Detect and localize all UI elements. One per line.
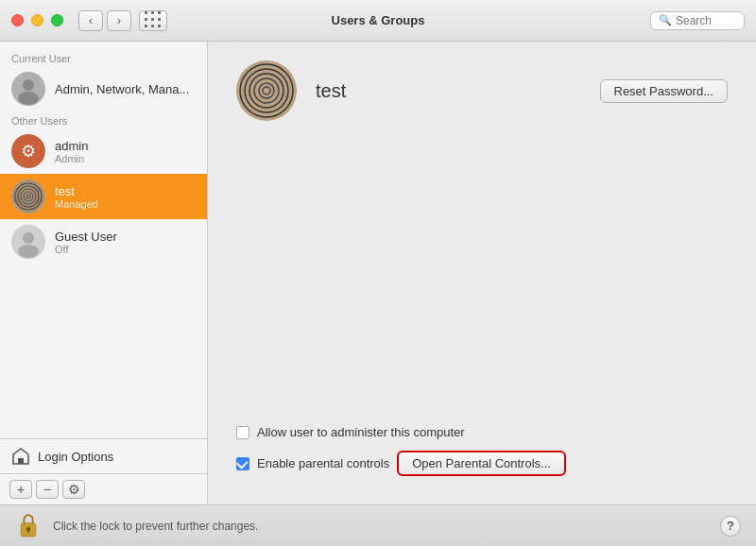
- settings-button[interactable]: ⚙: [62, 480, 85, 499]
- sidebar: Current User Admin, Network, Mana... Oth…: [0, 42, 208, 504]
- avatar-admin: ⚙: [11, 134, 45, 168]
- avatar-current: [11, 72, 45, 106]
- forward-button[interactable]: ›: [107, 10, 131, 31]
- allow-admin-checkbox[interactable]: [236, 426, 249, 439]
- svg-point-1: [23, 79, 34, 91]
- user-info-current: Admin, Network, Mana...: [55, 82, 196, 96]
- enable-parental-checkbox[interactable]: [236, 457, 249, 470]
- enable-parental-label: Enable parental controls: [257, 456, 389, 470]
- statusbar: Click the lock to prevent further change…: [0, 504, 756, 546]
- user-header: test Reset Password...: [236, 60, 728, 121]
- avatar-guest: [11, 225, 45, 259]
- avatar-test: [11, 179, 45, 213]
- login-options-label: Login Options: [38, 450, 113, 464]
- detail-panel: test Reset Password... Allow user to adm…: [208, 42, 756, 504]
- large-avatar: [236, 60, 297, 121]
- user-name-test: test: [55, 184, 196, 198]
- user-name-admin: admin: [55, 139, 196, 153]
- remove-user-button[interactable]: −: [36, 480, 59, 499]
- login-options-item[interactable]: Login Options: [0, 439, 207, 473]
- open-parental-controls-button[interactable]: Open Parental Controls...: [397, 451, 566, 476]
- svg-rect-10: [18, 458, 24, 464]
- current-user-label: Current User: [0, 49, 207, 66]
- user-role-guest: Off: [55, 244, 196, 255]
- house-icon: [11, 447, 30, 466]
- user-info-test: test Managed: [55, 184, 196, 210]
- window-title: Users & Groups: [332, 13, 425, 27]
- titlebar: ‹ › Users & Groups 🔍: [0, 0, 756, 42]
- back-button[interactable]: ‹: [78, 10, 103, 31]
- maximize-button[interactable]: [51, 14, 63, 26]
- user-item-guest[interactable]: Guest User Off: [0, 219, 207, 264]
- user-name-current: Admin, Network, Mana...: [55, 82, 196, 96]
- user-item-test[interactable]: test Managed: [0, 174, 207, 219]
- allow-admin-label: Allow user to administer this computer: [257, 425, 465, 439]
- user-role-test: Managed: [55, 198, 196, 210]
- user-item-current[interactable]: Admin, Network, Mana...: [0, 66, 207, 111]
- svg-point-2: [18, 92, 39, 105]
- person-icon: [11, 72, 45, 106]
- lock-icon: [15, 513, 42, 539]
- reset-password-button[interactable]: Reset Password...: [600, 79, 729, 103]
- detail-username: test: [316, 80, 346, 102]
- svg-point-5: [11, 179, 45, 213]
- grid-icon: [145, 11, 163, 29]
- svg-rect-20: [27, 529, 29, 533]
- user-name-guest: Guest User: [55, 230, 196, 244]
- svg-point-9: [18, 245, 39, 258]
- search-icon: 🔍: [659, 14, 672, 26]
- options-area: Allow user to administer this computer E…: [236, 425, 728, 486]
- lock-icon-container[interactable]: [15, 513, 42, 539]
- help-button[interactable]: ?: [720, 516, 741, 537]
- svg-point-8: [23, 232, 34, 244]
- user-role-admin: Admin: [55, 153, 196, 164]
- grid-menu-button[interactable]: [139, 10, 167, 31]
- guest-avatar-icon: [11, 225, 45, 259]
- traffic-lights: [11, 14, 63, 26]
- main-content: Current User Admin, Network, Mana... Oth…: [0, 42, 756, 504]
- fingerprint-avatar-icon: [236, 60, 297, 121]
- lock-text: Click the lock to prevent further change…: [53, 520, 258, 533]
- add-user-button[interactable]: +: [9, 480, 32, 499]
- other-users-label: Other Users: [0, 111, 207, 128]
- user-info-admin: admin Admin: [55, 139, 196, 164]
- parental-controls-row: Enable parental controls Open Parental C…: [236, 451, 728, 476]
- sidebar-bottom: Login Options + − ⚙: [0, 438, 207, 504]
- test-avatar-icon: [11, 179, 45, 213]
- admin-avatar-icon: ⚙: [11, 134, 45, 168]
- search-input[interactable]: [676, 14, 742, 27]
- bottom-toolbar: + − ⚙: [0, 473, 207, 504]
- search-box[interactable]: 🔍: [650, 11, 745, 30]
- svg-text:⚙: ⚙: [21, 142, 36, 161]
- user-info-guest: Guest User Off: [55, 230, 196, 255]
- user-item-admin[interactable]: ⚙ admin Admin: [0, 128, 207, 174]
- nav-buttons: ‹ ›: [78, 10, 131, 31]
- close-button[interactable]: [11, 14, 24, 26]
- allow-admin-row: Allow user to administer this computer: [236, 425, 728, 439]
- minimize-button[interactable]: [31, 14, 43, 26]
